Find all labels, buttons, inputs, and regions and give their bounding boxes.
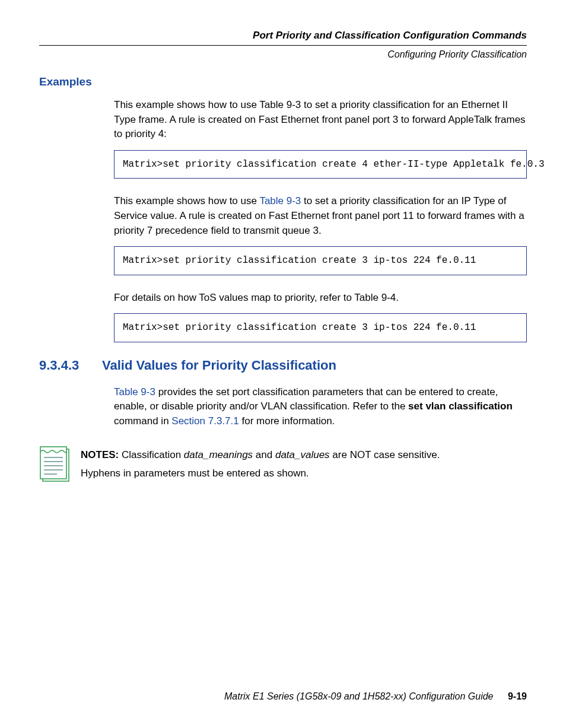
footer-text: Matrix E1 Series (1G58x-09 and 1H582-xx)… [224,691,494,701]
example-para-3: For details on how ToS values map to pri… [114,291,527,306]
header-title: Port Priority and Classification Configu… [39,30,527,42]
note-text: NOTES: Classification data_meanings and … [81,446,440,483]
section-number: 9.3.4.3 [39,358,102,373]
page-footer: Matrix E1 Series (1G58x-09 and 1H582-xx)… [39,691,527,702]
section-para: Table 9-3 provides the set port classifi… [114,385,527,429]
header-subtitle: Configuring Priority Classification [39,49,527,60]
header-rule [39,45,527,46]
code-box-3: Matrix>set priority classification creat… [114,313,527,342]
note-icon [39,446,70,482]
section-heading: 9.3.4.3Valid Values for Priority Classif… [39,358,527,373]
example-para-2: This example shows how to use Table 9-3 … [114,194,527,238]
examples-heading: Examples [39,75,527,88]
section-title: Valid Values for Priority Classification [102,358,336,373]
link-table-9-3-b[interactable]: Table 9-3 [114,386,155,398]
code-box-2: Matrix>set priority classification creat… [114,246,527,275]
code-box-1: Matrix>set priority classification creat… [114,150,527,179]
link-section-7-3-7-1[interactable]: Section 7.3.7.1 [171,415,239,427]
example-para-1: This example shows how to use Table 9-3 … [114,98,527,142]
footer-page-number: 9-19 [508,691,527,701]
link-table-9-3[interactable]: Table 9-3 [259,195,301,206]
